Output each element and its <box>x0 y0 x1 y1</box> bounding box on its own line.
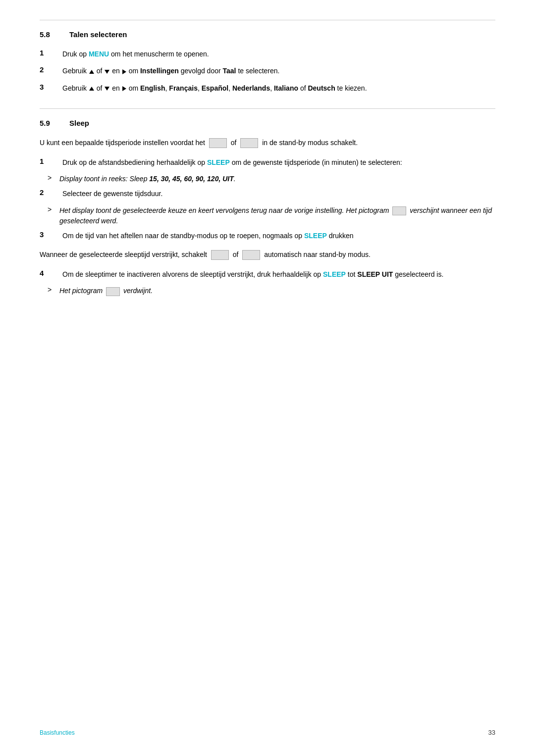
italiano-label: Italiano <box>274 84 298 92</box>
section-heading-58: 5.8 Talen selecteren <box>40 30 495 39</box>
page-container: NEDERLANDS 5.8 Talen selecteren 1 Druk o… <box>0 0 535 756</box>
triangle-up-icon <box>89 70 94 74</box>
section-heading-59: 5.9 Sleep <box>40 119 495 127</box>
section-59: 5.9 Sleep U kunt een bepaalde tijdsperio… <box>40 108 495 296</box>
item-59-2: 2 Selecteer de gewenste tijdsduur. <box>40 188 495 199</box>
intro-paragraph: U kunt een bepaalde tijdsperiode instell… <box>40 137 495 149</box>
item-number-58-3: 3 <box>40 83 54 91</box>
footer-label: Basisfuncties <box>40 729 75 736</box>
sleep-label-1: SLEEP <box>207 158 230 166</box>
english-label: English <box>140 84 165 92</box>
item-content-59-1: Druk op de afstandsbediening herhaaldeli… <box>62 157 495 168</box>
section-divider-58 <box>40 20 495 20</box>
item-content-59-3: Om de tijd van het aftellen naar de stan… <box>62 230 495 241</box>
item-number-59-2: 2 <box>40 188 54 197</box>
item-number-59-3: 3 <box>40 230 54 239</box>
item-number-59-1: 1 <box>40 157 54 165</box>
footer-page-number: 33 <box>488 729 495 736</box>
sleep-values: 15, 30, 45, 60, 90, 120, UIT <box>149 175 233 183</box>
icon-box-device-2 <box>242 250 260 260</box>
icon-box-sleep <box>392 206 406 215</box>
triangle-right-icon <box>122 69 126 74</box>
result-59-4: > Het pictogram verdwijnt. <box>48 286 495 296</box>
item-59-1: 1 Druk op de afstandsbediening herhaalde… <box>40 157 495 168</box>
section-title-59: Sleep <box>69 119 89 127</box>
sleep-label-3: SLEEP <box>323 270 346 278</box>
item-content-58-1: Druk op MENU om het menuscherm te openen… <box>62 49 495 59</box>
item-content-59-2: Selecteer de gewenste tijdsduur. <box>62 188 495 199</box>
item-content-59-4: Om de sleeptimer te inactiveren alvorens… <box>62 269 495 280</box>
triangle-down-icon <box>105 70 109 74</box>
item-number-59-4: 4 <box>40 269 54 277</box>
result-content-1: Display toont in reeks: Sleep 15, 30, 45… <box>59 174 236 184</box>
icon-box-sleep-2 <box>106 287 120 296</box>
result-59-2: > Het display toont de geselecteerde keu… <box>48 205 495 226</box>
section-58: 5.8 Talen selecteren 1 Druk op MENU om h… <box>40 20 495 94</box>
taal-label: Taal <box>223 67 236 75</box>
sleep-uit-label: SLEEP UIT <box>357 270 393 278</box>
icon-box-device <box>240 138 258 148</box>
section-number-58: 5.8 <box>40 30 59 39</box>
menu-label: MENU <box>89 50 109 58</box>
espanol-label: Español <box>202 84 228 92</box>
item-content-58-2: Gebruik of en om Instellingen gevolgd do… <box>62 65 495 76</box>
triangle-up-icon-2 <box>89 87 94 91</box>
deutsch-label: Deutsch <box>308 84 335 92</box>
icon-box-tv-2 <box>211 250 229 260</box>
section-divider-59 <box>40 108 495 109</box>
item-number-58-2: 2 <box>40 65 54 74</box>
item-59-3: 3 Om de tijd van het aftellen naar de st… <box>40 230 495 241</box>
footer: Basisfuncties 33 <box>40 729 495 736</box>
item-59-4: 4 Om de sleeptimer te inactiveren alvore… <box>40 269 495 280</box>
result-arrow-1: > <box>48 174 55 182</box>
icon-box-tv <box>209 138 227 148</box>
item-content-58-3: Gebruik of en om English, Français, Espa… <box>62 83 495 94</box>
item-58-2: 2 Gebruik of en om Instellingen gevolgd … <box>40 65 495 76</box>
section-title-58: Talen selecteren <box>69 30 127 39</box>
item-58-3: 3 Gebruik of en om English, Français, Es… <box>40 83 495 94</box>
result-content-2: Het display toont de geselecteerde keuze… <box>59 205 495 226</box>
item-number-58-1: 1 <box>40 49 54 57</box>
section-number-59: 5.9 <box>40 119 59 127</box>
result-59-1: > Display toont in reeks: Sleep 15, 30, … <box>48 174 495 184</box>
paragraph-2: Wanneer de geselecteerde sleeptijd verst… <box>40 249 495 261</box>
instellingen-label: Instellingen <box>140 67 179 75</box>
triangle-right-icon-2 <box>122 86 126 91</box>
triangle-down-icon-2 <box>105 87 109 91</box>
sleep-label-2: SLEEP <box>304 232 327 240</box>
result-arrow-2: > <box>48 205 55 213</box>
result-arrow-4: > <box>48 286 55 294</box>
nederlands-label: Nederlands <box>232 84 270 92</box>
francais-label: Français <box>169 84 198 92</box>
result-content-4: Het pictogram verdwijnt. <box>59 286 153 296</box>
item-58-1: 1 Druk op MENU om het menuscherm te open… <box>40 49 495 59</box>
